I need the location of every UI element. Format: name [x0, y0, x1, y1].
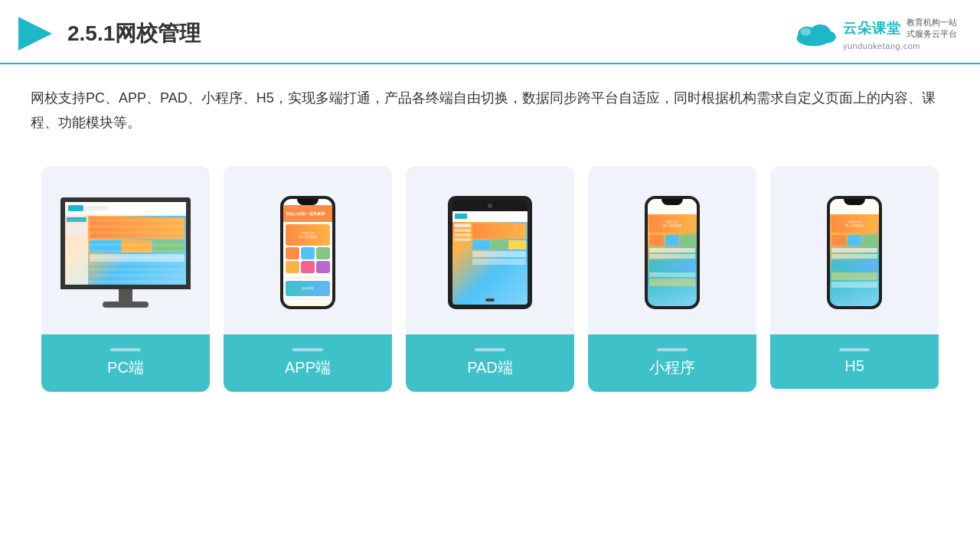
- card-pc-image: [41, 166, 210, 334]
- page-title: 2.5.1网校管理: [67, 19, 201, 48]
- card-h5-image: 职达人的第一堂风格课: [770, 166, 939, 334]
- cards-container: PC端 职达人的第一堂风格课 职达人的第一堂风格课: [0, 143, 980, 407]
- header-left: 2.5.1网校管理: [15, 14, 201, 54]
- card-h5: 职达人的第一堂风格课: [770, 166, 939, 392]
- card-h5-label: H5: [770, 334, 939, 389]
- h5-phone: 职达人的第一堂风格课: [827, 196, 882, 309]
- card-app-image: 职达人的第一堂风格课 职达人的第一堂风格课: [224, 166, 392, 334]
- h5-phone-notch: [844, 199, 865, 205]
- logo-area: 云朵课堂 教育机构一站 式服务云平台 yunduoketang.com: [794, 17, 957, 51]
- card-pc: PC端: [41, 166, 210, 392]
- miniprogram-phone: 职达人的第一堂风格课: [645, 196, 700, 309]
- logo-text-group: 云朵课堂 教育机构一站 式服务云平台 yunduoketang.com: [843, 17, 957, 51]
- logo-name-cn: 云朵课堂: [843, 19, 901, 37]
- tablet-home: [485, 298, 495, 302]
- logo-cloud: 云朵课堂 教育机构一站 式服务云平台 yunduoketang.com: [794, 17, 957, 51]
- tablet-screen: [452, 211, 528, 305]
- cloud-logo-icon: [794, 20, 840, 47]
- logo-url: yunduoketang.com: [843, 41, 957, 51]
- card-app-label: APP端: [224, 334, 392, 392]
- app-phone-header: 职达人的第一堂风格课: [283, 205, 332, 222]
- description-text: 网校支持PC、APP、PAD、小程序、H5，实现多端打通，产品各终端自由切换，数…: [0, 64, 980, 143]
- play-icon: [15, 14, 55, 54]
- card-pad-label: PAD端: [406, 334, 574, 392]
- svg-point-5: [801, 28, 812, 35]
- h5-phone-screen: 职达人的第一堂风格课: [830, 199, 879, 306]
- app-phone-notch: [297, 199, 318, 205]
- monitor-neck: [119, 289, 132, 302]
- card-pad: PAD端: [406, 166, 574, 392]
- app-phone-grid: [286, 247, 330, 273]
- svg-point-4: [820, 31, 836, 43]
- app-phone-screen: 职达人的第一堂风格课 职达人的第一堂风格课: [283, 199, 332, 306]
- app-phone-device: 职达人的第一堂风格课 职达人的第一堂风格课: [280, 196, 335, 309]
- logo-tagline: 教育机构一站 式服务云平台: [906, 17, 957, 41]
- page-header: 2.5.1网校管理 云朵课堂 教育机构一站 式服务云平台: [0, 0, 980, 64]
- tablet-camera: [488, 204, 492, 208]
- card-miniprogram-label: 小程序: [588, 334, 756, 392]
- card-pc-label: PC端: [41, 334, 210, 392]
- phone-notch: [662, 199, 683, 205]
- phone-screen: 职达人的第一堂风格课: [648, 199, 697, 306]
- app-phone-banner: 职达人的第一堂风格课: [286, 224, 330, 246]
- card-miniprogram-image: 职达人的第一堂风格课: [588, 166, 756, 334]
- pc-monitor: [60, 197, 191, 308]
- card-pad-image: [406, 166, 574, 334]
- monitor-screen: [60, 197, 191, 289]
- monitor-base: [103, 302, 149, 308]
- card-miniprogram: 职达人的第一堂风格课: [588, 166, 756, 392]
- tablet-device: [448, 196, 532, 309]
- card-app: 职达人的第一堂风格课 职达人的第一堂风格课: [224, 166, 392, 392]
- monitor-screen-inner: [65, 202, 186, 285]
- svg-marker-0: [18, 17, 52, 51]
